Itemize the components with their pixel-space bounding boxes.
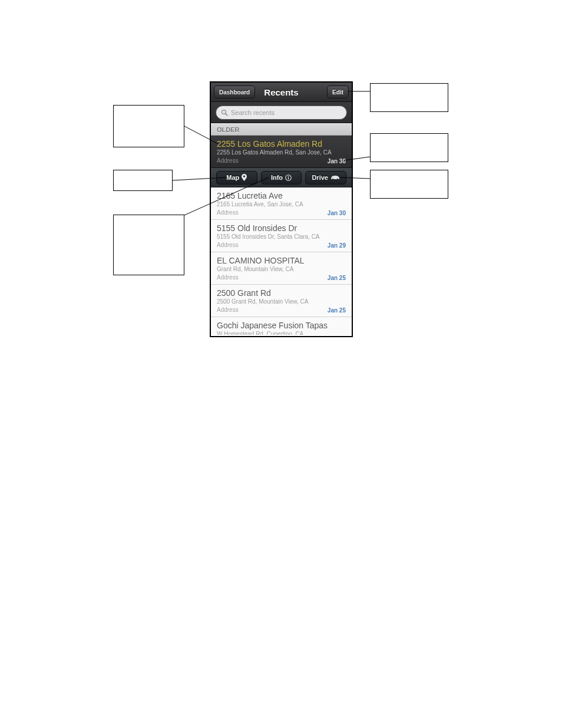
row-date: Jan 30 <box>328 158 346 164</box>
row-type: Address <box>217 274 346 281</box>
callout-box <box>113 105 184 147</box>
svg-rect-5 <box>288 177 289 179</box>
row-date: Jan 25 <box>328 275 346 281</box>
row-title: 2255 Los Gatos Almaden Rd <box>217 139 346 149</box>
search-input[interactable]: Search recents <box>216 106 347 120</box>
row-title: 2165 Lucretia Ave <box>217 191 346 200</box>
recent-row[interactable]: EL CAMINO HOSPITAL Grant Rd, Mountain Vi… <box>211 252 352 285</box>
callout-box <box>370 170 448 199</box>
row-subtitle: 2255 Los Gatos Almaden Rd, San Jose, CA <box>217 149 346 156</box>
recent-row[interactable]: Gochi Japanese Fusion Tapas W Homestead … <box>211 317 352 335</box>
callout-box <box>370 83 448 112</box>
recent-row[interactable]: 2165 Lucretia Ave 2165 Lucretia Ave, San… <box>211 187 352 220</box>
search-placeholder: Search recents <box>231 109 275 116</box>
dashboard-button[interactable]: Dashboard <box>214 85 255 98</box>
row-title: 2500 Grant Rd <box>217 288 346 298</box>
svg-point-7 <box>337 178 339 180</box>
svg-point-4 <box>288 176 289 177</box>
callout-box <box>113 215 184 275</box>
row-subtitle: 2500 Grant Rd, Mountain View, CA <box>217 298 346 305</box>
svg-point-2 <box>243 176 245 177</box>
car-icon <box>330 175 340 180</box>
section-header-older: OLDER <box>211 123 352 136</box>
row-date: Jan 25 <box>328 307 346 314</box>
recent-list: 2165 Lucretia Ave 2165 Lucretia Ave, San… <box>211 187 352 335</box>
edit-button[interactable]: Edit <box>327 85 349 98</box>
row-type: Address <box>217 306 346 314</box>
row-date: Jan 30 <box>328 210 346 216</box>
nav-bar: Dashboard Recents Edit <box>211 83 352 102</box>
nav-title: Recents <box>264 87 298 97</box>
svg-point-6 <box>332 178 334 180</box>
map-button[interactable]: Map <box>216 171 257 185</box>
row-subtitle: W Homestead Rd, Cupertino, CA <box>217 331 346 335</box>
row-subtitle: 5155 Old Ironsides Dr, Santa Clara, CA <box>217 233 346 241</box>
row-type: Address <box>217 209 346 216</box>
callout-box <box>113 170 173 191</box>
row-title: Gochi Japanese Fusion Tapas <box>217 321 346 330</box>
svg-line-1 <box>226 113 227 115</box>
search-icon <box>221 109 228 116</box>
info-button[interactable]: Info <box>261 171 302 185</box>
map-button-label: Map <box>226 174 239 181</box>
info-button-label: Info <box>271 174 283 181</box>
drive-button-label: Drive <box>312 174 328 181</box>
phone-screen: Dashboard Recents Edit Search recents OL… <box>210 81 353 337</box>
search-bar: Search recents <box>211 102 352 123</box>
callout-box <box>370 133 448 162</box>
info-icon <box>285 174 292 181</box>
drive-button[interactable]: Drive <box>305 171 346 185</box>
action-bar: Map Info Drive <box>211 168 352 187</box>
row-subtitle: 2165 Lucretia Ave, San Jose, CA <box>217 201 346 208</box>
row-title: 5155 Old Ironsides Dr <box>217 223 346 233</box>
pin-icon <box>242 174 247 181</box>
row-subtitle: Grant Rd, Mountain View, CA <box>217 266 346 273</box>
row-title: EL CAMINO HOSPITAL <box>217 256 346 265</box>
recent-row-selected[interactable]: 2255 Los Gatos Almaden Rd 2255 Los Gatos… <box>211 136 352 168</box>
recent-row[interactable]: 2500 Grant Rd 2500 Grant Rd, Mountain Vi… <box>211 285 352 317</box>
row-type: Address <box>217 157 346 164</box>
row-type: Address <box>217 241 346 249</box>
row-date: Jan 29 <box>328 242 346 249</box>
recent-row[interactable]: 5155 Old Ironsides Dr 5155 Old Ironsides… <box>211 220 352 252</box>
